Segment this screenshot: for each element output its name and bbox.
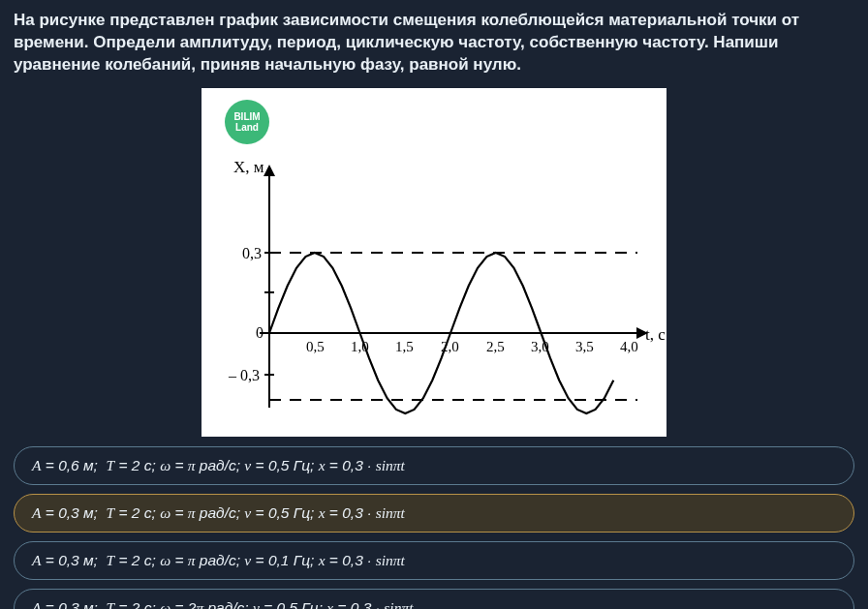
answers-list: A = 0,6 м; T = 2 с; ω = π рад/с; ν = 0,5… — [10, 446, 858, 609]
bilim-badge: BILIM Land — [225, 100, 269, 144]
answer-option-2[interactable]: A = 0,3 м; T = 2 с; ω = π рад/с; ν = 0,1… — [14, 541, 854, 580]
answer-option-1[interactable]: A = 0,3 м; T = 2 с; ω = π рад/с; ν = 0,5… — [14, 494, 854, 533]
x-tick: 0,5 — [306, 339, 325, 354]
answer-option-0[interactable]: A = 0,6 м; T = 2 с; ω = π рад/с; ν = 0,5… — [14, 446, 854, 485]
y-tick-neg: – 0,3 — [228, 367, 260, 383]
y-tick-pos: 0,3 — [242, 245, 262, 261]
badge-line2: Land — [235, 122, 259, 133]
y-tick-zero: 0 — [256, 324, 264, 341]
chart-container: BILIM Land X, м t, с 0,3 0 – 0,3 0,5 — [202, 88, 666, 437]
question-text: На рисунке представлен график зависимост… — [10, 10, 858, 76]
x-ticks-group: 0,5 1,0 1,5 2,0 2,5 3,0 3,5 4,0 — [306, 339, 638, 354]
x-tick: 3,5 — [575, 339, 594, 354]
answer-option-3[interactable]: A = 0,3 м; T = 2 с; ω = 2π рад/с; ν = 0,… — [14, 589, 854, 609]
chart-svg: X, м t, с 0,3 0 – 0,3 0,5 1,0 1,5 2,0 2,… — [202, 88, 666, 437]
y-axis-label: X, м — [233, 158, 264, 176]
x-tick: 2,5 — [486, 339, 505, 354]
x-axis-label: t, с — [645, 325, 666, 344]
x-tick: 4,0 — [620, 339, 638, 354]
x-tick: 1,5 — [395, 339, 414, 354]
badge-line1: BILIM — [233, 111, 260, 122]
